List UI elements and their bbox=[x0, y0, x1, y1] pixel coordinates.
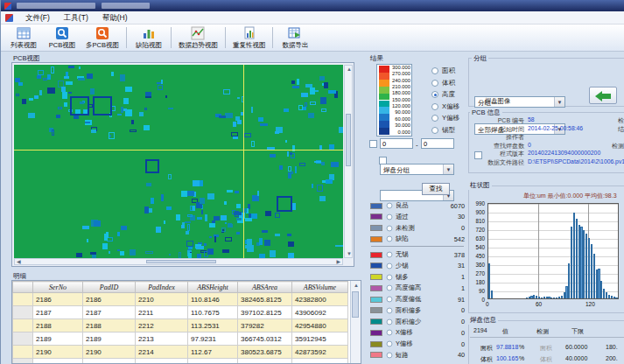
find-button[interactable]: 查找 bbox=[422, 183, 450, 195]
menu-item-0[interactable]: 文件(F) bbox=[18, 11, 57, 24]
metric-radio-高度[interactable]: 高度 bbox=[431, 90, 455, 99]
table-cell: 35912945 bbox=[292, 332, 348, 346]
green-left-arrow-icon bbox=[595, 91, 602, 102]
metric-radio-面积[interactable]: 面积 bbox=[431, 66, 455, 75]
legend-count: 378 bbox=[454, 251, 465, 259]
toolbar-button-数据导出[interactable]: 数据导出 bbox=[276, 24, 314, 51]
toolbar-button-列表视图[interactable]: 列表视图 bbox=[4, 24, 43, 51]
metric-radio-X偏移[interactable]: X偏移 bbox=[431, 102, 459, 111]
legend-item-无锡[interactable]: 无锡378 bbox=[370, 249, 465, 260]
pcb-component bbox=[28, 113, 35, 118]
pcb-component bbox=[227, 190, 233, 192]
table-cell: 110.8146 bbox=[188, 293, 238, 306]
legend-item-通过[interactable]: 通过30 bbox=[370, 212, 465, 222]
table-row[interactable]: 21912191221599.0945365721.187536240948 bbox=[13, 359, 348, 364]
table-cell: 2186 bbox=[83, 293, 136, 306]
legend-item-少锡[interactable]: 少锡31 bbox=[370, 261, 465, 271]
metric-radio-体积[interactable]: 体积 bbox=[431, 79, 455, 88]
pcb-component bbox=[310, 102, 316, 105]
histogram-y-label: 180 bbox=[466, 279, 485, 285]
legend-item-高度偏低[interactable]: 高度偏低91 bbox=[370, 294, 465, 304]
table-cell: 2189 bbox=[83, 332, 136, 346]
pcb-component bbox=[301, 93, 308, 97]
radio-icon bbox=[431, 115, 438, 122]
pcbinfo-label-0: PCB 编号 bbox=[468, 116, 524, 125]
pcb-component bbox=[120, 251, 124, 256]
detail-vertical-scrollbar[interactable]: ▲ bbox=[350, 281, 361, 364]
histogram-gridline bbox=[488, 265, 618, 266]
column-header-ABSHeight[interactable]: ABSHeight bbox=[188, 282, 238, 293]
histogram-y-label: 0 bbox=[466, 297, 485, 303]
pcb-horizontal-scrollbar[interactable]: ◀ ▶ bbox=[14, 258, 343, 265]
column-header-PadID[interactable]: PadID bbox=[83, 282, 136, 293]
legend-label: 通过 bbox=[396, 213, 458, 221]
pcb-component bbox=[91, 130, 96, 133]
pcb-component bbox=[279, 165, 283, 170]
toolbar-button-重复性视图[interactable]: 重复性视图 bbox=[228, 24, 270, 51]
legend-item-短路[interactable]: 短路40 bbox=[370, 350, 465, 360]
pcb-vertical-scrollbar[interactable]: ▲ ▼ bbox=[344, 65, 353, 258]
color-scale-value: 60.000 bbox=[390, 116, 410, 122]
table-row[interactable]: 218721872211110.7675397102.812543906092 bbox=[13, 306, 348, 319]
column-header-ABSVolume[interactable]: ABSVolume bbox=[292, 282, 348, 293]
pcb-component bbox=[314, 161, 321, 163]
group-filter-select[interactable]: 焊盘分组 ▼ bbox=[380, 164, 454, 175]
legend-item-未检测[interactable]: 未检测0 bbox=[370, 223, 465, 234]
metric-radio-Y偏移[interactable]: Y偏移 bbox=[431, 114, 459, 122]
toolbar-button-缺陷视图[interactable]: 缺陷视图 bbox=[130, 24, 168, 51]
legend-item-X偏移[interactable]: X偏移0 bbox=[370, 327, 465, 338]
radio-icon bbox=[387, 262, 393, 269]
range-separator: - bbox=[416, 141, 418, 149]
legend-label: 锡多 bbox=[396, 273, 461, 282]
title-bar[interactable] bbox=[1, 0, 624, 11]
histogram-bar bbox=[585, 234, 587, 298]
pcbinfo-label-2: 操作者 bbox=[468, 133, 524, 142]
pcb-board-image[interactable] bbox=[14, 65, 343, 258]
table-row[interactable]: 21892189221397.9231366745.031235912945 bbox=[13, 332, 348, 346]
range-from-input[interactable] bbox=[380, 138, 413, 149]
pcb-component bbox=[90, 252, 96, 255]
color-scale-band bbox=[379, 121, 389, 128]
menu-item-1[interactable]: 工具(T) bbox=[57, 11, 95, 24]
pcb-component bbox=[179, 252, 181, 258]
histogram-gridline bbox=[488, 256, 618, 257]
padinfo-pad-id: 2194 bbox=[473, 327, 487, 333]
table-row[interactable]: 218621862210110.8146382465.812542382800 bbox=[13, 293, 348, 306]
pcb-component bbox=[161, 80, 163, 84]
multi-pcb-view-icon bbox=[95, 26, 109, 40]
toolbar-button-数据趋势视图[interactable]: 数据趋势视图 bbox=[174, 24, 222, 51]
legend-item-面积偏多[interactable]: 面积偏多0 bbox=[370, 305, 465, 316]
range-to-input[interactable] bbox=[421, 138, 454, 149]
legend-item-高度偏高[interactable]: 高度偏高1 bbox=[370, 283, 465, 293]
chevron-down-icon: ▼ bbox=[554, 97, 564, 107]
pcb-component bbox=[259, 238, 263, 245]
pcb-component bbox=[284, 108, 289, 112]
range-checkbox[interactable] bbox=[369, 140, 377, 148]
column-header-PadIndex[interactable]: PadIndex bbox=[136, 282, 188, 293]
pcb-component bbox=[144, 108, 147, 110]
pcb-component bbox=[109, 135, 111, 137]
legend-item-锡多[interactable]: 锡多1 bbox=[370, 272, 465, 283]
radio-icon bbox=[387, 214, 393, 220]
column-header-ABSArea[interactable]: ABSArea bbox=[238, 282, 292, 293]
table-cell: 97.9231 bbox=[188, 332, 238, 346]
legend-item-面积偏少[interactable]: 面积偏少0 bbox=[370, 317, 465, 327]
toolbar-button-PCB视图[interactable]: PCB视图 bbox=[43, 24, 81, 51]
table-cell: 2213 bbox=[136, 332, 188, 346]
toolbar-button-多PCB视图[interactable]: 多PCB视图 bbox=[81, 24, 123, 51]
legend-item-Y偏移[interactable]: Y偏移0 bbox=[370, 339, 465, 349]
table-cell: 379282 bbox=[238, 319, 292, 332]
pcb-component bbox=[223, 89, 230, 94]
histogram-subtitle: 单位:um 最小值:0.000 平均值:98.3 bbox=[523, 192, 617, 200]
histogram-bar bbox=[598, 269, 599, 298]
back-arrow-button[interactable] bbox=[589, 87, 617, 104]
menu-item-2[interactable]: 帮助(H) bbox=[95, 11, 135, 24]
table-row[interactable]: 218821882212113.253137928242954880 bbox=[13, 319, 348, 332]
pcb-component bbox=[270, 154, 276, 158]
legend-item-良品[interactable]: 良品6070 bbox=[370, 200, 465, 211]
metric-radio-锡型[interactable]: 锡型 bbox=[431, 126, 455, 135]
column-header-SerNo[interactable]: SerNo bbox=[33, 282, 83, 293]
pcb-component bbox=[264, 240, 270, 246]
table-row[interactable]: 219021902214112.67380523.687542873592 bbox=[13, 346, 348, 359]
legend-item-缺陷[interactable]: 缺陷542 bbox=[370, 234, 465, 244]
